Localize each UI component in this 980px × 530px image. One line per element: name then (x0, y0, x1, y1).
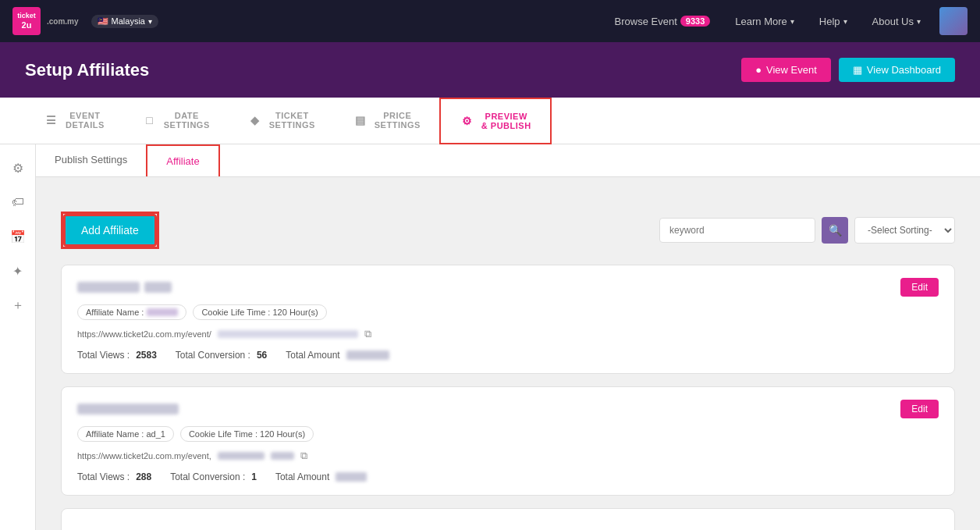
tab-event-details[interactable]: ☰ EVENT DETAILS (25, 98, 123, 144)
top-navigation: ticket2u .com.my 🇲🇾 Malaysia ▾ Browse Ev… (0, 0, 980, 42)
logo-icon: ticket2u (12, 7, 41, 35)
card1-name-blur-2 (144, 282, 172, 293)
sub-tab-affiliate[interactable]: Affiliate (146, 144, 219, 176)
price-settings-icon: ▤ (353, 112, 368, 128)
country-selector[interactable]: 🇲🇾 Malaysia ▾ (91, 15, 158, 28)
add-affiliate-button[interactable]: Add Affiliate (63, 214, 157, 247)
card2-edit-label: Edit (911, 404, 928, 414)
sidebar-icon-plus[interactable]: ＋ (4, 291, 32, 319)
help-label: Help (819, 16, 840, 27)
page-title: Setup Affiliates (25, 60, 149, 80)
card1-url-prefix: https://www.ticket2u.com.my/event/ (77, 329, 211, 339)
tab-price-settings-label: PRICE SETTINGS (375, 111, 421, 130)
tab-event-details-label: EVENT DETAILS (66, 111, 105, 130)
search-button[interactable]: 🔍 (822, 217, 848, 244)
logo[interactable]: ticket2u .com.my (12, 7, 79, 35)
card1-edit-button[interactable]: Edit (900, 278, 939, 297)
user-avatar[interactable] (939, 7, 968, 35)
card2-affiliate-name-tag: Affiliate Name : ad_1 (77, 426, 174, 442)
about-us-label: About Us (872, 16, 914, 27)
card1-affiliate-name-label: Affiliate Name : (86, 308, 144, 317)
sub-tabs: Publish Settings Affiliate (36, 144, 980, 177)
card1-stats: Total Views : 2583 Total Conversion : 56… (77, 350, 939, 361)
card1-url-area: https://www.ticket2u.com.my/event/ ⧉ (77, 328, 939, 340)
card2-url-blur1 (218, 452, 265, 460)
add-affiliate-label: Add Affiliate (81, 224, 139, 237)
learn-more-link[interactable]: Learn More ▾ (723, 0, 806, 42)
tab-date-settings-label: DATE SETTINGS (164, 111, 210, 130)
card1-total-conversion-value: 56 (257, 350, 267, 361)
card2-url-blur2 (271, 452, 294, 460)
card1-total-views-value: 2583 (136, 350, 157, 361)
flag-chevron: ▾ (148, 17, 152, 26)
view-event-button[interactable]: ● View Event (741, 58, 831, 82)
search-area: 🔍 -Select Sorting- (659, 217, 955, 244)
affiliate-toolbar: Add Affiliate 🔍 -Select Sorting- (61, 212, 955, 249)
card2-total-conversion-label: Total Conversion : (170, 471, 245, 482)
card1-tags: Affiliate Name : Cookie Life Time : 120 … (77, 304, 939, 320)
card2-url-area: https://www.ticket2u.com.my/event, ⧉ (77, 450, 939, 462)
publish-settings-label: Publish Settings (55, 154, 127, 165)
search-input[interactable] (659, 218, 815, 243)
sidebar: ⚙ 🏷 📅 ✦ ＋ (0, 144, 36, 530)
card1-name-area (77, 282, 172, 293)
help-chevron: ▾ (843, 17, 847, 26)
card2-edit-button[interactable]: Edit (900, 400, 939, 418)
logo-subtext: .com.my (47, 17, 79, 26)
card2-affiliate-name-label: Affiliate Name : ad_1 (86, 429, 165, 439)
page-actions: ● View Event ▦ View Dashboard (741, 58, 955, 82)
card2-copy-icon[interactable]: ⧉ (300, 450, 307, 462)
card1-affiliate-name-value-blur (147, 308, 178, 316)
affiliate-card-2: Edit Affiliate Name : ad_1 Cookie Life T… (61, 386, 955, 496)
view-dashboard-label: View Dashboard (867, 64, 941, 76)
nav-links: Browse Event 9333 Learn More ▾ Help ▾ Ab… (602, 0, 933, 42)
affiliate-label: Affiliate (166, 155, 199, 167)
step-tabs: ☰ EVENT DETAILS □ DATE SETTINGS ◆ TICKET… (0, 98, 980, 144)
card2-name-blur (77, 404, 179, 414)
card1-edit-label: Edit (911, 282, 928, 293)
card1-copy-icon[interactable]: ⧉ (364, 328, 371, 340)
about-us-link[interactable]: About Us ▾ (860, 0, 933, 42)
card1-total-views-label: Total Views : (77, 350, 130, 361)
help-link[interactable]: Help ▾ (807, 0, 860, 42)
card2-url-prefix: https://www.ticket2u.com.my/event, (77, 451, 211, 461)
browse-event-link[interactable]: Browse Event 9333 (602, 0, 723, 42)
content-area: Add Affiliate 🔍 -Select Sorting- (36, 193, 980, 530)
card2-total-amount-label: Total Amount (275, 471, 329, 482)
browse-event-badge: 9333 (680, 16, 710, 27)
event-details-icon: ☰ (44, 112, 59, 128)
preview-publish-icon: ⚙ (460, 113, 475, 129)
browse-event-label: Browse Event (615, 16, 677, 27)
card1-total-amount-label: Total Amount (286, 350, 339, 361)
learn-more-chevron: ▾ (790, 17, 794, 26)
ticket-settings-icon: ◆ (247, 112, 263, 128)
sidebar-icon-calendar[interactable]: 📅 (4, 222, 32, 251)
affiliate-card-1: Edit Affiliate Name : Cookie Life Time :… (61, 265, 955, 374)
sub-tab-publish-settings[interactable]: Publish Settings (36, 144, 146, 176)
tab-price-settings[interactable]: ▤ PRICE SETTINGS (334, 98, 439, 144)
sidebar-icon-tag[interactable]: 🏷 (4, 188, 32, 216)
tab-date-settings[interactable]: □ DATE SETTINGS (123, 98, 229, 144)
tab-ticket-settings-label: TICKET SETTINGS (269, 111, 315, 130)
tab-ticket-settings[interactable]: ◆ TICKET SETTINGS (229, 98, 334, 144)
sidebar-icon-settings[interactable]: ⚙ (4, 154, 32, 182)
card2-header: Edit (77, 400, 939, 418)
view-event-icon: ● (755, 64, 762, 76)
card2-total-amount-blur (336, 472, 367, 482)
search-icon: 🔍 (829, 224, 842, 237)
card1-url-blur (218, 330, 358, 338)
about-us-chevron: ▾ (917, 17, 921, 26)
tab-preview-publish[interactable]: ⚙ PREVIEW & PUBLISH (439, 98, 552, 144)
sort-select[interactable]: -Select Sorting- (854, 217, 955, 244)
sidebar-icon-star[interactable]: ✦ (4, 257, 32, 285)
card2-cookie-tag: Cookie Life Time : 120 Hour(s) (180, 426, 314, 442)
card1-header: Edit (77, 278, 939, 297)
country-label: Malaysia (112, 16, 145, 26)
card1-affiliate-name-tag: Affiliate Name : (77, 304, 186, 320)
learn-more-label: Learn More (735, 16, 786, 27)
card1-name-blur-1 (77, 282, 140, 293)
card1-total-amount-blur (346, 350, 389, 360)
main-content: Publish Settings Affiliate Add Affiliate… (36, 144, 980, 530)
card1-cookie-tag: Cookie Life Time : 120 Hour(s) (193, 304, 326, 320)
view-dashboard-button[interactable]: ▦ View Dashboard (839, 58, 955, 82)
